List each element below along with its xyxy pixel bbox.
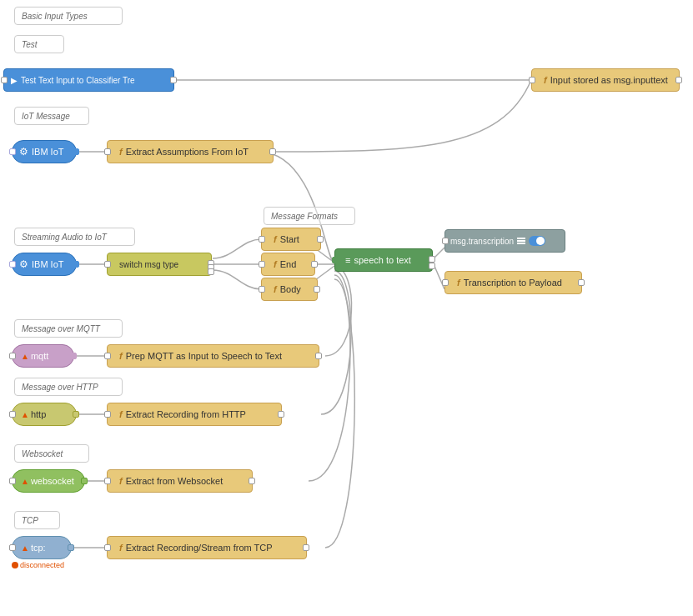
- port-left: [442, 279, 449, 286]
- iot-icon: ⚙: [19, 258, 28, 270]
- port-left: [9, 411, 16, 418]
- message-formats-label: Message Formats: [264, 207, 355, 225]
- port-left: [104, 478, 111, 484]
- alert-icon: ▲: [21, 543, 29, 553]
- port-left: [104, 261, 111, 268]
- port-right: [70, 353, 77, 359]
- port-right: [317, 236, 324, 243]
- port-right: [68, 544, 74, 551]
- input-stored-node[interactable]: f Input stored as msg.inputtext: [531, 68, 680, 92]
- function-icon: f: [274, 234, 277, 244]
- ibm-iot-1-node[interactable]: ⚙ IBM IoT: [12, 140, 77, 163]
- alert-icon: ▲: [21, 352, 29, 361]
- tcp-label: TCP: [14, 511, 60, 529]
- ibm-iot-2-node[interactable]: ⚙ IBM IoT: [12, 253, 77, 276]
- port-right: [81, 478, 88, 484]
- function-icon: f: [119, 543, 123, 553]
- port-right-1: [429, 256, 435, 263]
- port-left: [9, 148, 16, 155]
- test-label: Test: [14, 35, 64, 53]
- port-right-3: [208, 268, 214, 275]
- basic-input-types-label: Basic Input Types: [14, 7, 123, 25]
- prep-mqtt-node[interactable]: f Prep MQTT as Input to Speech to Text: [107, 344, 319, 368]
- port-right: [315, 353, 322, 359]
- disconnected-indicator: disconnected: [12, 561, 64, 569]
- node-arrow-icon: ▶: [11, 76, 18, 85]
- end-node[interactable]: f End: [261, 253, 315, 276]
- message-over-mqtt-label: Message over MQTT: [14, 319, 123, 338]
- function-icon: f: [274, 284, 277, 294]
- http-node[interactable]: ▲ http: [12, 403, 77, 426]
- debug-toggle[interactable]: [529, 236, 545, 246]
- function-icon: f: [119, 147, 123, 157]
- iot-message-label: IoT Message: [14, 107, 89, 125]
- websocket-node[interactable]: ▲ websocket: [12, 469, 85, 493]
- port-right-2: [429, 263, 435, 269]
- port-left: [1, 77, 8, 83]
- alert-icon: ▲: [21, 477, 29, 486]
- msg-transcription-node[interactable]: msg.transcription: [444, 229, 565, 253]
- port-right: [73, 411, 79, 418]
- port-left: [442, 238, 449, 244]
- transcription-to-payload-node[interactable]: f Transcription to Payload: [444, 271, 582, 294]
- port-left: [332, 257, 339, 263]
- switch-msg-type-node[interactable]: switch msg type: [107, 253, 212, 276]
- port-right: [278, 411, 284, 418]
- start-node[interactable]: f Start: [261, 228, 321, 251]
- websocket-label: Websocket: [14, 444, 89, 463]
- iot-icon: ⚙: [19, 146, 28, 158]
- port-left: [9, 353, 16, 359]
- extract-websocket-node[interactable]: f Extract from Websocket: [107, 469, 253, 493]
- debug-lines-icon: [517, 238, 525, 244]
- streaming-audio-label: Streaming Audio to IoT: [14, 228, 135, 246]
- port-right: [73, 148, 79, 155]
- port-left: [9, 544, 16, 551]
- port-right: [578, 279, 585, 286]
- canvas: Basic Input Types Test ▶ Test Text Input…: [0, 0, 693, 616]
- port-right: [170, 77, 177, 83]
- function-icon: f: [544, 75, 547, 85]
- extract-http-node[interactable]: f Extract Recording from HTTP: [107, 403, 282, 426]
- function-icon: f: [457, 278, 460, 288]
- port-right: [269, 148, 276, 155]
- port-right: [303, 544, 309, 551]
- port-left: [259, 236, 265, 243]
- function-icon: f: [119, 409, 123, 419]
- port-right: [314, 286, 320, 293]
- function-icon: f: [119, 476, 123, 486]
- alert-icon: ▲: [21, 410, 29, 419]
- function-icon: f: [274, 259, 277, 269]
- test-text-input-node[interactable]: ▶ Test Text Input to Classifier Tre: [3, 68, 174, 92]
- tcp-node[interactable]: ▲ tcp:: [12, 536, 72, 559]
- speech-to-text-node[interactable]: ≡ speech to text: [334, 248, 433, 272]
- extract-assumptions-node[interactable]: f Extract Assumptions From IoT: [107, 140, 274, 163]
- function-icon: f: [119, 351, 123, 361]
- extract-tcp-node[interactable]: f Extract Recording/Stream from TCP: [107, 536, 307, 559]
- body-node[interactable]: f Body: [261, 278, 318, 301]
- mqtt-node[interactable]: ▲ mqtt: [12, 344, 74, 368]
- port-left: [9, 478, 16, 484]
- port-left: [104, 544, 111, 551]
- connections-layer: [0, 0, 693, 616]
- port-left: [9, 261, 16, 268]
- port-right: [675, 77, 682, 83]
- port-right: [73, 261, 79, 268]
- message-over-http-label: Message over HTTP: [14, 378, 123, 396]
- disconnected-dot: [12, 562, 18, 568]
- port-left: [104, 353, 111, 359]
- port-right: [249, 478, 255, 484]
- port-right: [311, 261, 318, 268]
- port-left: [104, 411, 111, 418]
- speech-icon: ≡: [345, 255, 350, 265]
- port-left: [259, 286, 265, 293]
- port-left: [259, 261, 265, 268]
- port-left: [104, 148, 111, 155]
- port-left: [529, 77, 535, 83]
